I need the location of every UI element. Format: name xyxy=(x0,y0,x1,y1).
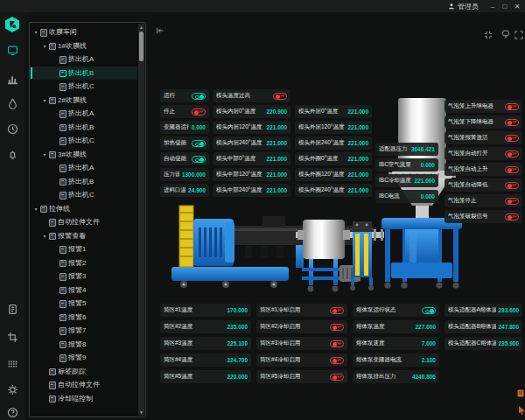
tree-item[interactable]: 报警9 xyxy=(31,351,137,365)
group-icon xyxy=(48,151,55,158)
toggle-switch[interactable] xyxy=(330,340,344,347)
group-icon xyxy=(48,97,55,103)
caret-down-icon[interactable]: ▾ xyxy=(32,29,39,35)
tree-item[interactable]: 挤出机A xyxy=(31,107,137,121)
toggle-switch[interactable] xyxy=(505,119,519,126)
help-icon[interactable] xyxy=(7,406,18,417)
tree-item[interactable]: ▾2#吹膜线 xyxy=(31,94,137,108)
tree-item-label: 报警6 xyxy=(68,312,86,322)
monitor-icon[interactable] xyxy=(501,26,510,35)
tree-item[interactable]: 报警2 xyxy=(31,256,137,270)
toggle-switch[interactable] xyxy=(192,108,206,116)
tree-item[interactable]: 报警3 xyxy=(31,270,137,284)
notification-icon[interactable] xyxy=(517,385,524,401)
tree-item[interactable]: 挤出机A xyxy=(31,161,137,175)
scroll-down-icon[interactable]: ▼ xyxy=(138,409,144,416)
toggle-switch[interactable] xyxy=(330,307,344,314)
scrollbar-thumb[interactable] xyxy=(139,32,144,61)
clock-icon[interactable] xyxy=(7,122,18,134)
tree-item[interactable]: ▾拉伸线 xyxy=(31,202,137,216)
tree-item[interactable]: ▾1#吹膜线 xyxy=(31,39,137,53)
page-icon xyxy=(59,137,66,144)
tree-item[interactable]: 挤出机B xyxy=(31,121,137,135)
toggle-switch[interactable] xyxy=(505,150,519,158)
toggle-switch[interactable] xyxy=(505,103,519,110)
expand-icon[interactable] xyxy=(514,27,523,36)
frame-icon[interactable] xyxy=(7,331,18,342)
tree-item[interactable]: 冷却辊控制 xyxy=(31,392,137,406)
grid-icon[interactable] xyxy=(7,357,18,368)
tree-item[interactable]: 自动拉伸文件 xyxy=(31,215,137,229)
caret-down-icon[interactable]: ▾ xyxy=(41,151,48,158)
toggle-switch[interactable] xyxy=(505,198,519,205)
gear-icon[interactable] xyxy=(7,383,18,395)
toggle-switch[interactable] xyxy=(330,357,344,364)
navigation-tree: ▾吹膜车间▾1#吹膜线挤出机A挤出机B挤出机C▾2#吹膜线挤出机A挤出机B挤出机… xyxy=(31,25,137,405)
app-logo-icon[interactable] xyxy=(4,16,21,33)
tree-item[interactable]: 挤出机B xyxy=(31,66,137,80)
value-field: 熔体泵速度7.000 xyxy=(353,337,439,350)
tree-item[interactable]: 挤出机C xyxy=(31,134,137,148)
caret-down-icon[interactable]: ▾ xyxy=(41,233,48,239)
tree-item[interactable]: 挤出机C xyxy=(31,80,137,94)
tree-item[interactable]: 挤出机B xyxy=(31,175,137,189)
tree-item[interactable]: 报警8 xyxy=(31,338,137,352)
toggle-switch[interactable] xyxy=(505,135,519,142)
document-icon[interactable] xyxy=(7,303,18,314)
toggle-field: 气泡笼上升继电器 xyxy=(444,100,522,113)
field-value: 233.600 xyxy=(499,307,520,313)
caret-down-icon[interactable]: ▾ xyxy=(41,43,48,49)
value-field: 适配器压力3646.421 xyxy=(375,143,438,156)
tree-item-label: 拉伸线 xyxy=(49,204,70,214)
toggle-switch[interactable] xyxy=(192,156,206,163)
toggle-switch[interactable] xyxy=(505,166,519,173)
caret-down-icon[interactable]: ▾ xyxy=(41,97,48,103)
screens-icon[interactable] xyxy=(7,44,18,55)
toggle-switch[interactable] xyxy=(192,93,206,100)
icon-rail xyxy=(0,12,24,420)
tree-item[interactable]: 报警6 xyxy=(31,311,137,325)
tree-item[interactable]: ▾吹膜车间 xyxy=(31,25,137,39)
field-value: 0.000 xyxy=(421,162,435,168)
field-label: 变频器运行电流 xyxy=(164,123,189,131)
toggle-switch[interactable] xyxy=(422,307,436,314)
toggle-switch[interactable] xyxy=(330,324,344,331)
sidebar-scrollbar[interactable]: ▲ ▼ xyxy=(138,24,144,416)
droplet-icon[interactable] xyxy=(7,97,18,108)
value-field: 模头中部120°温度221.000 xyxy=(213,168,290,181)
close-button[interactable]: ✕ xyxy=(511,3,523,10)
caret-down-icon[interactable]: ▾ xyxy=(32,206,39,212)
tree-item[interactable]: ▾3#吹膜线 xyxy=(31,148,137,162)
tree-item[interactable]: 报警5 xyxy=(31,297,137,311)
tree-item[interactable]: ▾报警查看 xyxy=(31,229,137,243)
field-label: 加热使能 xyxy=(164,139,189,147)
toggle-switch[interactable] xyxy=(330,374,344,381)
tree-item[interactable]: 报警4 xyxy=(31,284,137,298)
value-field: 熔体泵变频器电流2.100 xyxy=(353,354,439,367)
maximize-button[interactable]: □ xyxy=(499,3,511,10)
value-field: 模头内层240°温度221.000 xyxy=(213,136,290,150)
field-label: 筒区#1温度 xyxy=(164,306,225,314)
tree-item[interactable]: 挤出机C xyxy=(31,188,137,202)
scroll-up-icon[interactable]: ▲ xyxy=(138,24,144,31)
toggle-switch[interactable] xyxy=(505,182,519,189)
die-stand-graphic xyxy=(382,218,462,289)
tree-item[interactable]: 自动拉伸文件 xyxy=(31,378,137,392)
toggle-switch[interactable] xyxy=(505,214,519,220)
tree-item[interactable]: 挤出机A xyxy=(31,52,137,66)
field-value: 235.000 xyxy=(228,324,248,330)
minimize-button[interactable]: – xyxy=(486,3,499,10)
page-icon xyxy=(59,164,66,171)
toggle-switch[interactable] xyxy=(192,140,206,147)
tree-item[interactable]: 报警1 xyxy=(31,242,137,256)
chart-icon[interactable] xyxy=(7,73,18,84)
alarm-bell-icon[interactable] xyxy=(7,148,18,159)
fit-screen-icon[interactable] xyxy=(484,27,493,36)
collapse-sidebar-icon[interactable] xyxy=(156,23,164,32)
tree-item[interactable]: 报警7 xyxy=(31,324,137,338)
toggle-switch[interactable] xyxy=(273,93,287,100)
tree-item[interactable]: 标签跟踪 xyxy=(31,365,137,379)
field-label: 模头外圈120°温度 xyxy=(298,171,346,178)
tree-item-label: 挤出机B xyxy=(68,177,94,186)
field-label: 模头外层0°温度 xyxy=(298,108,346,116)
